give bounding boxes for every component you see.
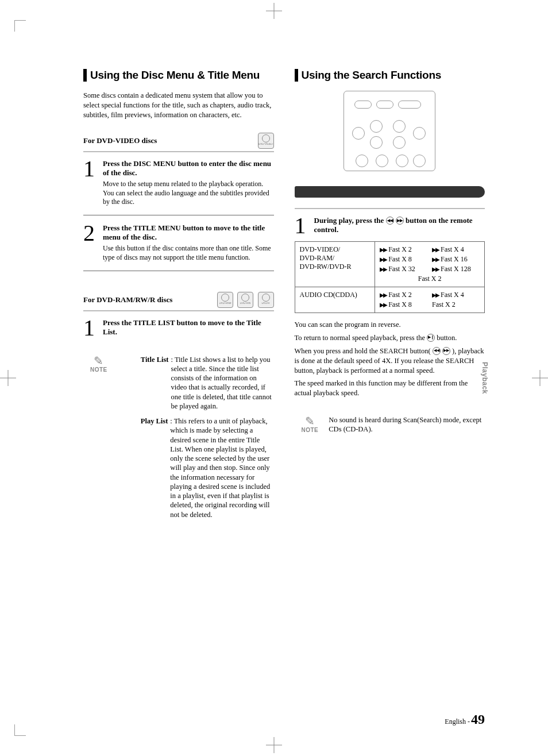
divider: [83, 215, 274, 215]
step-2: 2 Press the TITLE MENU button to move to…: [83, 223, 274, 263]
subheading-dvd-ram: For DVD-RAM/RW/R discs: [83, 295, 172, 304]
table-cell: AUDIO CD(CDDA): [295, 287, 375, 313]
fastforward-icon: ▶▶: [442, 347, 450, 355]
note-icon: ✎: [90, 355, 107, 367]
divider: [83, 271, 274, 271]
disc-badge: DVD-RAM: [217, 292, 233, 308]
intro-text: Some discs contain a dedicated menu syst…: [83, 91, 274, 120]
def-term: Play List: [141, 417, 168, 425]
speed-table: DVD-VIDEO/ DVD-RAM/ DVD-RW/DVD-R ▶▶Fast …: [295, 241, 485, 313]
note-text: No sound is heard during Scan(Search) mo…: [329, 415, 485, 434]
rewind-icon: ◀◀: [386, 217, 394, 225]
body-text: The speed marked in this function may be…: [295, 379, 485, 398]
note-label: NOTE: [302, 427, 319, 433]
step-instruction: Press the TITLE MENU button to move to t…: [103, 223, 274, 242]
table-cell: DVD-VIDEO/ DVD-RAM/ DVD-RW/DVD-R: [295, 242, 375, 287]
registration-mark: [266, 3, 282, 19]
step-1-search: 1 During play, press the ◀◀ ▶▶ button on…: [295, 216, 485, 236]
def-text: : Title List shows a list to help you se…: [171, 355, 274, 411]
step-number: 1: [83, 318, 103, 338]
step-description: Move to the setup menu related to the pl…: [103, 180, 274, 207]
section-title-search: Using the Search Functions: [295, 69, 485, 82]
step-number: 1: [295, 216, 314, 236]
disc-badge: DVD-RW: [237, 292, 253, 308]
rewind-icon: ◀◀: [433, 347, 441, 355]
step-number: 1: [83, 159, 103, 207]
registration-mark: [266, 737, 282, 753]
crop-mark: [14, 20, 26, 32]
step-instruction: Press the TITLE LIST button to move to t…: [103, 318, 274, 337]
disc-badge: DVD-R: [258, 292, 274, 308]
subheading-dvd-video: For DVD-VIDEO discs: [83, 136, 157, 145]
registration-mark: [0, 370, 16, 386]
dark-bar: [295, 186, 485, 198]
note-icon: ✎: [302, 415, 319, 427]
side-tab-label: Playback: [481, 362, 489, 394]
page-footer: English -49: [445, 712, 485, 727]
body-text: When you press and hold the SEARCH butto…: [295, 346, 485, 376]
fastforward-icon: ▶▶: [396, 217, 404, 225]
left-column: Using the Disc Menu & Title Menu Some di…: [83, 69, 274, 525]
remote-diagram: [344, 91, 435, 171]
body-text: To return to normal speed playback, pres…: [295, 333, 485, 343]
step-number: 2: [83, 223, 103, 263]
def-term: Title List: [141, 356, 169, 364]
crop-mark: [14, 724, 26, 736]
body-text: You can scan the program in reverse.: [295, 320, 485, 330]
note-box: ✎ NOTE Title List : Title List shows a l…: [83, 355, 274, 525]
right-column: Using the Search Functions 1: [295, 69, 485, 525]
play-icon: ▶❙: [427, 334, 435, 342]
def-text: : This refers to a unit of playback, whi…: [170, 416, 273, 519]
rule: [83, 151, 274, 152]
note-label: NOTE: [90, 367, 107, 373]
rule: [295, 208, 485, 209]
section-title-disc-menu: Using the Disc Menu & Title Menu: [83, 69, 274, 82]
step-instruction: Press the DISC MENU button to enter the …: [103, 159, 274, 178]
step-description: Use this button if the disc contains mor…: [103, 244, 274, 262]
table-cell: ▶▶Fast X 2 ▶▶Fast X 4 ▶▶Fast X 8 Fast X …: [375, 287, 485, 313]
table-cell: ▶▶Fast X 2 ▶▶Fast X 4 ▶▶Fast X 8 ▶▶Fast …: [375, 242, 485, 287]
registration-mark: [532, 370, 548, 386]
disc-badge: DVD-VIDEO: [258, 133, 274, 149]
step-1b: 1 Press the TITLE LIST button to move to…: [83, 318, 274, 338]
step-1: 1 Press the DISC MENU button to enter th…: [83, 159, 274, 207]
step-instruction: During play, press the ◀◀ ▶▶ button on t…: [314, 216, 485, 235]
rule: [83, 310, 274, 311]
note-box: ✎ NOTE No sound is heard during Scan(Sea…: [295, 415, 485, 434]
